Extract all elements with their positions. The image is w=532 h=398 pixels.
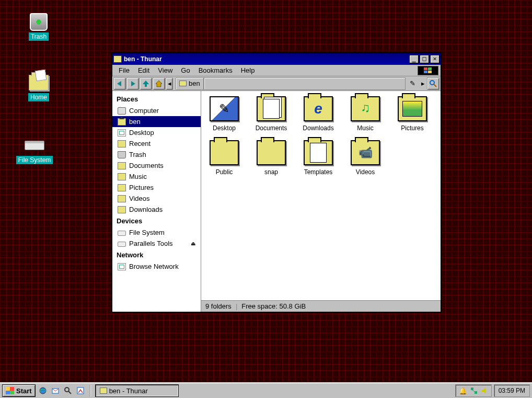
titlebar[interactable]: ben - Thunar _ □ ✕ — [112, 53, 441, 65]
sidebar-item-label: Music — [129, 173, 147, 180]
sidebar-item-videos[interactable]: Videos — [112, 193, 201, 204]
sidebar-item-label: Recent — [129, 140, 151, 147]
taskbar-item-thunar[interactable]: ben - Thunar — [95, 384, 179, 397]
file-music[interactable]: Music — [345, 96, 385, 132]
quick-launch-browser[interactable] — [38, 385, 48, 396]
sidebar-item-label: Pictures — [129, 184, 154, 191]
filesystem-icon — [24, 136, 45, 155]
file-public[interactable]: Public — [204, 140, 244, 176]
folder-icon — [304, 96, 333, 121]
desktop[interactable]: TrashHomeFile System ben - Thunar _ □ ✕ … — [0, 0, 532, 382]
svg-line-5 — [434, 84, 436, 87]
minimize-button[interactable]: _ — [409, 55, 419, 63]
sidebar-item-documents[interactable]: Documents — [112, 160, 201, 171]
search-button[interactable] — [427, 77, 440, 90]
svg-rect-1 — [428, 67, 432, 70]
disk-icon — [118, 231, 126, 236]
sidebar-item-trash[interactable]: Trash — [112, 149, 201, 160]
desktop-icon-home[interactable]: Home — [19, 73, 59, 101]
eject-icon[interactable]: ⏏ — [191, 241, 195, 246]
close-button[interactable]: ✕ — [430, 55, 440, 63]
file-label: Desktop — [213, 124, 236, 132]
tray-volume-icon[interactable] — [481, 387, 488, 394]
desktop-icon-filesystem[interactable]: File System — [15, 136, 54, 164]
file-desktop[interactable]: Desktop — [204, 96, 244, 132]
svg-rect-12 — [471, 388, 473, 390]
sidebar-item-desktop[interactable]: Desktop — [112, 127, 201, 138]
statusbar: 9 folders | Free space: 50.8 GiB — [201, 300, 441, 312]
taskbar: Start ben - Thunar 🔔 03:59 PM — [0, 382, 532, 398]
maximize-button[interactable]: □ — [420, 55, 429, 63]
svg-rect-3 — [428, 71, 432, 73]
file-downloads[interactable]: Downloads — [298, 96, 338, 132]
sidebar-item-ben[interactable]: ben — [112, 116, 201, 127]
network-header: Network — [112, 249, 201, 261]
sidebar-item-downloads[interactable]: Downloads — [112, 204, 201, 215]
folder-icon — [179, 81, 187, 86]
sidebar-item-file-system[interactable]: File System — [112, 227, 201, 238]
clock[interactable]: 03:59 PM — [494, 384, 530, 397]
folder-icon — [210, 96, 239, 121]
sidebar-item-music[interactable]: Music — [112, 171, 201, 182]
sidebar-item-parallels-tools[interactable]: Parallels Tools⏏ — [112, 238, 201, 249]
sidebar-item-browse-network[interactable]: Browse Network — [112, 261, 201, 272]
net-icon — [118, 263, 126, 270]
file-snap[interactable]: snap — [251, 140, 291, 176]
file-templates[interactable]: Templates — [298, 140, 338, 176]
forward-button[interactable] — [126, 77, 139, 90]
brand-logo — [418, 66, 438, 75]
sidebar-item-recent[interactable]: Recent — [112, 138, 201, 149]
icon-view[interactable]: DesktopDocumentsDownloadsMusicPicturesPu… — [201, 91, 441, 300]
folder-icon — [257, 140, 286, 165]
file-pictures[interactable]: Pictures — [392, 96, 432, 132]
start-button[interactable]: Start — [2, 384, 36, 397]
home-icon — [118, 118, 126, 126]
svg-point-9 — [65, 388, 69, 392]
start-label: Start — [16, 387, 32, 395]
tray-notify-icon[interactable]: 🔔 — [459, 387, 467, 395]
path-bar[interactable] — [204, 77, 406, 90]
file-label: Pictures — [401, 124, 423, 132]
sidebar-item-pictures[interactable]: Pictures — [112, 182, 201, 193]
file-documents[interactable]: Documents — [251, 96, 291, 132]
back-button[interactable] — [113, 77, 126, 90]
path-prev-button[interactable]: ◂ — [166, 77, 173, 90]
desktop-icon-label: Home — [28, 93, 49, 101]
folder-icon — [118, 162, 126, 169]
tray-network-icon[interactable] — [470, 387, 478, 394]
sidebar-item-computer[interactable]: Computer — [112, 105, 201, 116]
folder-icon — [118, 195, 126, 202]
window-folder-icon — [113, 55, 122, 63]
home-button[interactable] — [153, 77, 165, 90]
svg-rect-11 — [77, 388, 84, 394]
folder-icon — [210, 140, 239, 165]
home-icon — [28, 73, 49, 92]
path-next-button[interactable]: ▸ — [419, 77, 426, 90]
sidebar-item-label: Documents — [129, 162, 164, 169]
menu-bookmarks[interactable]: Bookmarks — [194, 65, 237, 75]
folder-icon — [351, 96, 380, 121]
disk-icon — [118, 242, 126, 247]
sidebar-item-label: Parallels Tools — [129, 240, 173, 247]
path-segment[interactable]: ben — [176, 77, 204, 90]
content-area[interactable]: DesktopDocumentsDownloadsMusicPicturesPu… — [201, 91, 441, 312]
file-manager-window: ben - Thunar _ □ ✕ FileEditViewGoBookmar… — [111, 52, 442, 313]
sidebar-item-label: Videos — [129, 195, 150, 202]
menu-file[interactable]: File — [114, 65, 134, 75]
menu-edit[interactable]: Edit — [134, 65, 154, 75]
menu-view[interactable]: View — [154, 65, 177, 75]
menu-go[interactable]: Go — [177, 65, 194, 75]
trash-icon — [118, 151, 126, 158]
up-button[interactable] — [140, 77, 152, 90]
quick-launch-search[interactable] — [63, 385, 73, 396]
quick-launch-mail[interactable] — [50, 385, 61, 396]
quick-launch-desktop[interactable] — [75, 385, 86, 396]
path-label: ben — [189, 79, 200, 87]
menu-help[interactable]: Help — [237, 65, 259, 75]
file-videos[interactable]: Videos — [345, 140, 385, 176]
desktop-icon-trash[interactable]: Trash — [19, 13, 59, 41]
window-title: ben - Thunar — [124, 55, 162, 63]
status-free: Free space: 50.8 GiB — [241, 302, 306, 310]
start-logo-icon — [6, 387, 14, 394]
edit-path-button[interactable]: ✎ — [406, 77, 419, 90]
